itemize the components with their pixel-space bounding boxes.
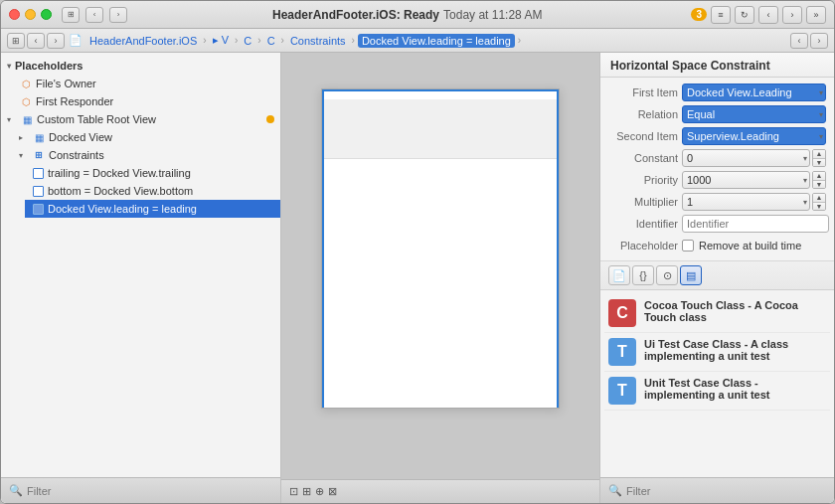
maximize-button[interactable]: [41, 9, 52, 20]
priority-select[interactable]: 1000: [682, 171, 810, 189]
tab-file[interactable]: 📄: [608, 265, 630, 285]
seconditem-control: Superview.Leading ▾: [682, 127, 826, 145]
list-item[interactable]: ▦ Custom Table Root View: [1, 110, 280, 128]
multiplier-select-wrapper: 1 ▾: [682, 193, 810, 211]
placeholders-disclosure[interactable]: ▾: [7, 62, 11, 71]
breadcrumb-back-btn[interactable]: ‹: [27, 33, 45, 49]
tab-object[interactable]: ⊙: [656, 265, 678, 285]
breadcrumb-sidebar-btn[interactable]: ⊞: [7, 33, 25, 49]
canvas-frame: [321, 88, 560, 409]
right-filter-bar: 🔍: [600, 477, 834, 503]
close-button[interactable]: [9, 9, 20, 20]
right-filter-input[interactable]: [626, 485, 826, 497]
breadcrumb-c1[interactable]: C: [241, 35, 254, 47]
list-item[interactable]: C Cocoa Touch Class - A Cocoa Touch clas…: [604, 294, 830, 333]
breadcrumb-selected[interactable]: Docked View.leading = leading: [358, 34, 515, 48]
seconditem-select-wrapper: Superview.Leading ▾: [682, 127, 826, 145]
canvas-frame-icon[interactable]: ⊡: [289, 485, 298, 498]
breadcrumb-prev-btn[interactable]: ‹: [790, 33, 808, 49]
back-page-icon-btn[interactable]: ‹: [758, 6, 778, 24]
responder-label: First Responder: [36, 95, 113, 107]
priority-step-up[interactable]: ▲: [813, 172, 825, 181]
constant-stepper[interactable]: ▲ ▼: [812, 149, 826, 167]
nav-tree: ▾ Placeholders ⬡ File's Owner ⬡ First Re…: [1, 53, 280, 477]
lines-icon-btn[interactable]: ≡: [711, 6, 731, 24]
constant-step-down[interactable]: ▼: [813, 159, 825, 167]
multiplier-stepper[interactable]: ▲ ▼: [812, 193, 826, 211]
placeholder-label: Placeholder: [608, 240, 678, 252]
list-item[interactable]: ▦ Docked View: [13, 128, 280, 146]
list-item[interactable]: Docked View.leading = leading: [25, 200, 280, 218]
placeholder-control: Remove at build time: [682, 240, 826, 252]
list-item[interactable]: ⊞ Constraints: [13, 146, 280, 164]
filter-search-icon: 🔍: [9, 484, 23, 497]
list-item[interactable]: T Ui Test Case Class - A class implement…: [604, 333, 830, 372]
canvas-aspect-icon[interactable]: ⊠: [328, 485, 337, 498]
bottom-constraint-icon: [31, 184, 45, 198]
multiplier-select[interactable]: 1: [682, 193, 810, 211]
firstitem-select[interactable]: Docked View.Leading: [682, 84, 826, 101]
constant-select-wrapper: 0 ▾: [682, 149, 810, 167]
canvas-content-block: [324, 99, 557, 159]
list-item[interactable]: ⬡ First Responder: [13, 92, 280, 110]
responder-icon: ⬡: [19, 94, 33, 108]
inspector-section: First Item Docked View.Leading ▾ Relatio…: [600, 78, 834, 261]
list-item[interactable]: trailing = Docked View.trailing: [25, 164, 280, 182]
forward-button[interactable]: ›: [109, 7, 127, 23]
constraints-disclosure[interactable]: [19, 151, 29, 160]
tab-code[interactable]: {}: [632, 265, 654, 285]
app-name: HeaderAndFooter.iOS: Ready: [272, 8, 439, 22]
main-window: ⊞ ‹ › HeaderAndFooter.iOS: Ready Today a…: [0, 0, 835, 504]
firstitem-select-wrapper: Docked View.Leading ▾: [682, 84, 826, 101]
forward-page-icon-btn[interactable]: ›: [782, 6, 802, 24]
multiplier-step-up[interactable]: ▲: [813, 194, 825, 203]
priority-step-down[interactable]: ▼: [813, 181, 825, 189]
multiplier-control: 1 ▾ ▲ ▼: [682, 193, 826, 211]
breadcrumb-c2[interactable]: C: [264, 35, 278, 47]
placeholders-header: ▾ Placeholders: [1, 57, 280, 75]
constant-select[interactable]: 0: [682, 149, 810, 167]
canvas-zoom-icon[interactable]: ⊕: [315, 485, 324, 498]
right-panel: Horizontal Space Constraint First Item D…: [599, 53, 834, 503]
seconditem-select[interactable]: Superview.Leading: [682, 127, 826, 145]
priority-select-wrapper: 1000 ▾: [682, 171, 810, 189]
refresh-icon-btn[interactable]: ↻: [735, 6, 754, 24]
warning-badge: 3: [691, 8, 707, 21]
filter-input[interactable]: [27, 485, 272, 497]
badge-icon: [266, 115, 274, 123]
identifier-label: Identifier: [608, 218, 678, 230]
breadcrumb-folder[interactable]: ▸ V: [210, 34, 232, 47]
relation-select[interactable]: Equal: [682, 105, 826, 123]
back-button[interactable]: ‹: [85, 7, 103, 23]
multiplier-label: Multiplier: [608, 196, 678, 208]
relation-select-wrapper: Equal ▾: [682, 105, 826, 123]
firstitem-control: Docked View.Leading ▾: [682, 84, 826, 101]
identifier-input[interactable]: [682, 215, 829, 233]
docked-view-disclosure[interactable]: [19, 133, 29, 142]
placeholders-label: Placeholders: [15, 60, 83, 72]
tab-list[interactable]: ▤: [680, 265, 702, 285]
more-icon-btn[interactable]: »: [806, 6, 826, 24]
priority-stepper[interactable]: ▲ ▼: [812, 171, 826, 189]
canvas-grid-icon[interactable]: ⊞: [302, 485, 311, 498]
minimize-button[interactable]: [25, 9, 36, 20]
breadcrumb-app[interactable]: HeaderAndFooter.iOS: [86, 35, 200, 47]
constant-label: Constant: [608, 152, 678, 164]
breadcrumb-constraints[interactable]: Constraints: [287, 35, 349, 47]
inspector-row-multiplier: Multiplier 1 ▾ ▲ ▼: [600, 191, 834, 213]
breadcrumb-nav: ‹ ›: [790, 33, 828, 49]
multiplier-step-down[interactable]: ▼: [813, 203, 825, 211]
constant-step-up[interactable]: ▲: [813, 150, 825, 159]
sidebar-toggle-button[interactable]: ⊞: [62, 7, 80, 23]
list-item[interactable]: ⬡ File's Owner: [13, 75, 280, 92]
canvas-bottom-bar: ⊡ ⊞ ⊕ ⊠: [281, 479, 599, 503]
root-view-icon: ▦: [20, 112, 34, 126]
breadcrumb-forward-btn[interactable]: ›: [47, 33, 65, 49]
root-view-disclosure[interactable]: [7, 115, 17, 124]
placeholder-checkbox[interactable]: [682, 240, 694, 252]
relation-label: Relation: [608, 108, 678, 120]
list-item[interactable]: T Unit Test Case Class - implementing a …: [604, 372, 830, 411]
list-item[interactable]: bottom = Docked View.bottom: [25, 182, 280, 200]
inspector-row-placeholder: Placeholder Remove at build time: [600, 235, 834, 256]
breadcrumb-next-btn[interactable]: ›: [810, 33, 828, 49]
